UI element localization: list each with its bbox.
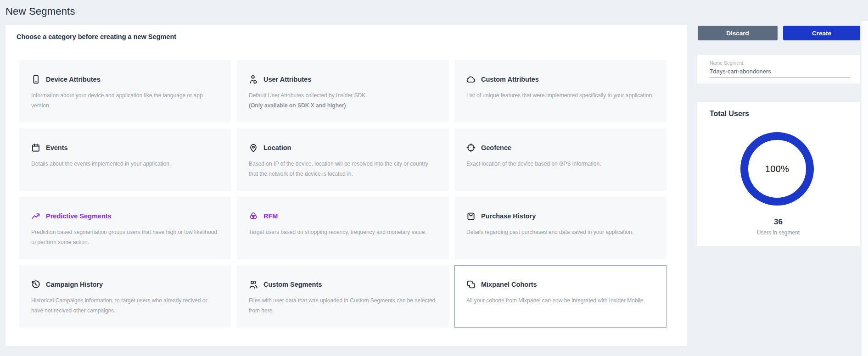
link-cohort-icon	[466, 279, 476, 289]
name-segment-card: Name Segment	[697, 55, 860, 83]
device-icon	[31, 74, 41, 84]
panel-heading: Choose a category before creating a new …	[17, 33, 176, 40]
create-button[interactable]: Create	[783, 26, 860, 40]
donut-percent-value: 100%	[740, 132, 814, 206]
geofence-target-icon	[466, 143, 476, 153]
category-description: List of unique features that were implem…	[466, 90, 655, 100]
category-card-geofence[interactable]: GeofenceExact location of the device bas…	[454, 128, 666, 191]
category-description: Target users based on shopping recency, …	[249, 227, 437, 237]
page-title: New Segments	[6, 6, 75, 17]
category-card-events[interactable]: EventsDetails about the events implement…	[19, 128, 231, 191]
category-card-predictive-segments[interactable]: Predictive SegmentsPrediction based segm…	[19, 197, 231, 259]
category-description: Files with user data that was uploaded i…	[249, 295, 437, 316]
user-badge-icon	[248, 74, 258, 84]
category-description: Default User Attributes collected by Ins…	[249, 90, 437, 100]
category-title: Predictive Segments	[46, 212, 112, 220]
name-segment-input[interactable]	[710, 68, 850, 78]
category-card-location[interactable]: LocationBased on IP of the device, locat…	[237, 128, 449, 191]
scrollbar-track[interactable]	[862, 21, 868, 356]
total-users-heading: Total Users	[710, 110, 749, 118]
category-card-mixpanel-cohorts[interactable]: Mixpanel CohortsAll your cohorts from Mi…	[454, 265, 666, 328]
category-description: Historical Campaigns information, to tar…	[31, 295, 219, 316]
cloud-icon	[466, 74, 476, 84]
category-card-user-attributes[interactable]: User AttributesDefault User Attributes c…	[237, 60, 449, 122]
category-description: Details regarding past purchases and dat…	[466, 227, 655, 237]
category-title: Location	[263, 144, 291, 151]
category-title: Custom Attributes	[481, 76, 539, 83]
category-card-campaign-history[interactable]: Campaign HistoryHistorical Campaigns inf…	[19, 265, 231, 328]
category-card-purchase-history[interactable]: Purchase HistoryDetails regarding past p…	[454, 197, 666, 259]
category-title: User Attributes	[263, 76, 311, 83]
category-grid: Device AttributesInformation about your …	[19, 60, 666, 328]
users-count-value: 36	[697, 217, 860, 227]
category-card-device-attributes[interactable]: Device AttributesInformation about your …	[19, 60, 231, 122]
category-description: All your cohorts from Mixpanel can now b…	[466, 295, 655, 306]
category-description-note: (Only available on SDK X and higher)	[249, 100, 437, 111]
people-icon	[248, 279, 258, 289]
category-title: Mixpanel Cohorts	[481, 281, 537, 288]
category-card-rfm[interactable]: RFMTarget users based on shopping recenc…	[237, 197, 449, 259]
category-title: RFM	[263, 212, 278, 220]
category-title: Custom Segments	[263, 281, 322, 288]
category-description: Details about the events implemented in …	[31, 159, 219, 169]
category-description: Information about your device and applic…	[31, 90, 219, 111]
category-description: Based on IP of the device, location will…	[249, 159, 437, 179]
category-card-custom-segments[interactable]: Custom SegmentsFiles with user data that…	[237, 265, 449, 328]
category-title: Device Attributes	[46, 76, 101, 83]
users-count-caption: Users in segment	[697, 229, 860, 236]
category-title: Events	[46, 144, 68, 151]
category-title: Campaign History	[46, 281, 103, 288]
discard-button[interactable]: Discard	[698, 26, 778, 40]
calendar-icon	[31, 143, 41, 153]
shopping-bag-icon	[466, 211, 476, 221]
category-description: Prediction based segmentation groups use…	[31, 227, 219, 247]
name-segment-label: Name Segment	[710, 60, 860, 66]
history-clock-icon	[31, 279, 41, 289]
total-users-card: Total Users 100% 36 Users in segment	[697, 102, 860, 246]
category-card-custom-attributes[interactable]: Custom AttributesList of unique features…	[454, 60, 666, 122]
venn-diagram-icon	[248, 211, 258, 221]
category-title: Geofence	[481, 144, 511, 151]
trending-up-icon	[31, 211, 41, 221]
location-pin-icon	[248, 143, 258, 153]
category-panel: Choose a category before creating a new …	[6, 25, 687, 346]
category-description: Exact location of the device based on GP…	[466, 159, 655, 169]
total-users-donut: 100%	[740, 132, 814, 206]
category-title: Purchase History	[481, 212, 536, 220]
